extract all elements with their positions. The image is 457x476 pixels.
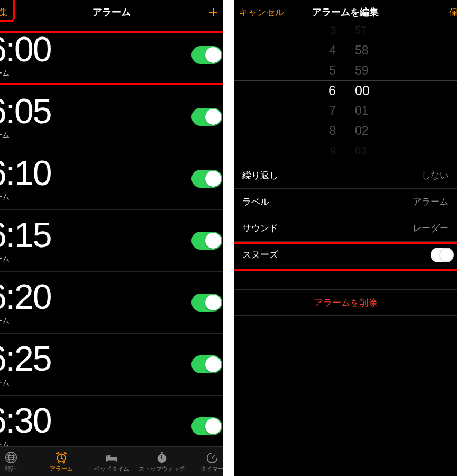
svg-rect-8 xyxy=(63,452,67,454)
toggle-knob xyxy=(205,109,221,125)
snooze-row[interactable]: スヌーズ xyxy=(234,242,457,268)
option-label: 繰り返し xyxy=(242,169,278,181)
page-title: アラームを編集 xyxy=(312,6,379,19)
time-picker[interactable]: 3456789 57585900010203 xyxy=(234,24,457,157)
alarm-label: ラーム xyxy=(0,254,51,264)
stopwatch-icon xyxy=(154,451,169,464)
alarm-toggle[interactable] xyxy=(191,232,222,250)
add-alarm-button[interactable]: + xyxy=(203,0,223,24)
toggle-knob xyxy=(205,295,221,310)
snooze-toggle[interactable] xyxy=(431,248,454,262)
alarm-row[interactable]: 6:10ラーム xyxy=(0,148,223,210)
option-label: スヌーズ xyxy=(242,249,278,261)
delete-alarm-button[interactable]: アラームを削除 xyxy=(234,289,457,316)
alarm-label: ラーム xyxy=(0,316,51,326)
tab-label: ベッドタイム xyxy=(94,465,129,473)
picker-value: 59 xyxy=(355,60,369,80)
option-value: しない xyxy=(422,169,449,181)
alarm-time: 6:20 xyxy=(0,279,51,314)
toggle-knob xyxy=(205,171,221,187)
alarm-toggle[interactable] xyxy=(191,294,222,312)
alarm-toggle[interactable] xyxy=(191,108,222,126)
picker-value: 6 xyxy=(328,80,336,100)
tab-clock[interactable]: 時計 xyxy=(0,451,35,473)
cancel-button[interactable]: キャンセル xyxy=(234,0,289,24)
picker-value: 5 xyxy=(329,60,336,80)
svg-line-19 xyxy=(212,455,215,458)
picker-value: 4 xyxy=(329,40,336,60)
picker-value: 58 xyxy=(355,40,369,60)
repeat-row[interactable]: 繰り返し しない xyxy=(234,162,457,189)
option-value: レーダー xyxy=(413,222,449,234)
globe-icon xyxy=(4,451,19,464)
option-label: ラベル xyxy=(242,196,269,208)
alarm-row[interactable]: 6:15ラーム xyxy=(0,210,223,272)
alarm-toggle[interactable] xyxy=(191,417,222,435)
save-button[interactable]: 保 xyxy=(444,0,457,24)
alarm-row[interactable]: 6:20ラーム xyxy=(0,272,223,334)
picker-value: 02 xyxy=(355,121,369,141)
page-title: アラーム xyxy=(93,6,131,19)
toggle-knob xyxy=(205,356,221,372)
label-row[interactable]: ラベル アラーム xyxy=(234,189,457,215)
toggle-knob xyxy=(205,233,221,249)
tab-bar: 時計 アラーム ベッドタイム ストップウォッチ タイマー xyxy=(0,446,223,476)
picker-value: 9 xyxy=(330,141,336,157)
navbar: キャンセル アラームを編集 保 xyxy=(234,0,457,24)
alarm-time: 6:10 xyxy=(0,155,51,190)
alarm-time: 6:15 xyxy=(0,217,51,252)
svg-rect-13 xyxy=(115,458,117,461)
alarm-toggle[interactable] xyxy=(191,46,222,64)
tab-label: タイマー xyxy=(200,465,223,473)
tab-alarm[interactable]: アラーム xyxy=(38,451,85,473)
option-label: サウンド xyxy=(242,222,278,234)
option-value: アラーム xyxy=(413,196,449,208)
plus-icon: + xyxy=(208,7,218,17)
picker-value: 7 xyxy=(329,100,336,121)
alarm-time: 6:30 xyxy=(0,403,51,438)
alarm-time: 6:00 xyxy=(0,32,51,67)
alarm-options: 繰り返し しない ラベル アラーム サウンド レーダー スヌーズ xyxy=(234,162,457,268)
alarm-toggle[interactable] xyxy=(191,170,222,188)
tab-timer[interactable]: タイマー xyxy=(188,451,223,473)
svg-line-10 xyxy=(63,462,65,463)
tab-label: アラーム xyxy=(50,465,73,473)
timer-icon xyxy=(205,451,220,464)
sound-row[interactable]: サウンド レーダー xyxy=(234,215,457,242)
alarm-label: ラーム xyxy=(0,69,51,78)
alarm-row[interactable]: 6:05ラーム xyxy=(0,86,223,148)
navbar: 集 アラーム + xyxy=(0,0,223,24)
alarm-time: 6:05 xyxy=(0,94,51,129)
picker-value: 57 xyxy=(355,24,367,40)
alarm-row[interactable]: 6:00ラーム xyxy=(0,24,223,86)
toggle-knob xyxy=(440,248,453,262)
alarm-label: ラーム xyxy=(0,378,51,388)
picker-value: 00 xyxy=(355,80,370,100)
tab-stopwatch[interactable]: ストップウォッチ xyxy=(138,451,186,473)
alarm-time: 6:25 xyxy=(0,341,51,376)
alarm-toggle[interactable] xyxy=(191,355,222,373)
picker-value: 8 xyxy=(329,121,336,141)
svg-rect-12 xyxy=(106,455,108,461)
edit-alarm-screen: キャンセル アラームを編集 保 3456789 57585900010203 繰… xyxy=(234,0,457,476)
alarm-icon xyxy=(54,451,69,464)
tab-label: 時計 xyxy=(5,465,17,473)
alarm-label: ラーム xyxy=(0,131,51,140)
picker-value: 3 xyxy=(330,24,336,40)
alarm-list-screen: 集 アラーム + 6:00ラーム6:05ラーム6:10ラーム6:15ラーム6:2… xyxy=(0,0,223,476)
svg-rect-7 xyxy=(56,452,59,454)
alarm-row[interactable]: 6:25ラーム xyxy=(0,334,223,396)
svg-point-14 xyxy=(108,454,111,457)
picker-value: 01 xyxy=(355,100,369,121)
toggle-knob xyxy=(205,47,221,63)
alarm-label: ラーム xyxy=(0,193,51,202)
edit-button[interactable]: 集 xyxy=(0,0,13,24)
bed-icon xyxy=(104,451,119,464)
toggle-knob xyxy=(205,418,221,434)
picker-value: 03 xyxy=(355,141,367,157)
tab-bedtime[interactable]: ベッドタイム xyxy=(88,451,135,473)
svg-line-9 xyxy=(58,462,59,463)
svg-rect-16 xyxy=(161,452,163,453)
tab-label: ストップウォッチ xyxy=(139,465,185,473)
svg-rect-11 xyxy=(106,457,117,461)
